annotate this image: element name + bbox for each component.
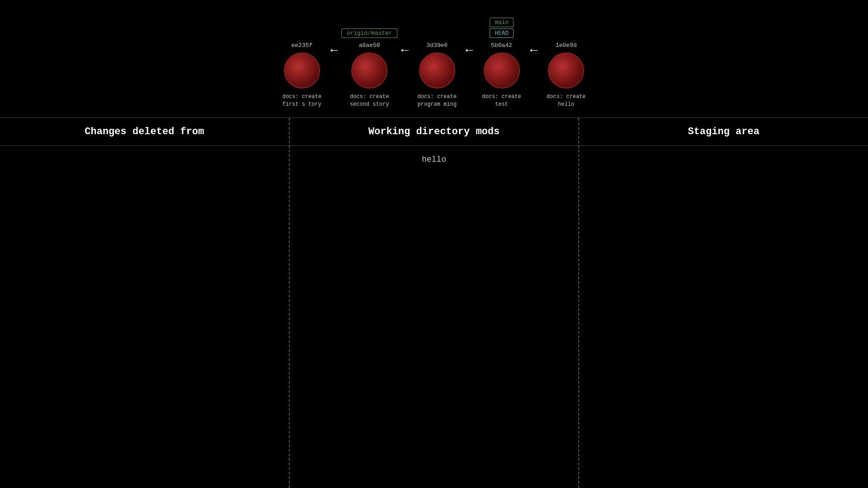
commit-msg-ee235f: docs: create first s tory [277,93,327,108]
col-staging-area: Staging area [579,118,868,488]
commit-circle-ee235f [284,52,320,89]
arrow-3: ← [466,43,473,57]
col-body-staging-area [579,146,868,488]
badge-origin-master: origin/master [341,28,397,38]
commit-id-ee235f: ee235f [291,42,312,49]
col-header-staging-area: Staging area [579,118,868,146]
col-body-changes-deleted [0,146,289,488]
commit-msg-1e0e9d: docs: create hello [541,93,591,108]
commit-id-1e0e9d: 1e0e9d [556,42,577,49]
commit-msg-a0ae50: docs: create second story [344,93,394,108]
diff-section: Changes deleted from Working directory m… [0,117,868,488]
commit-ee235f: ee235f docs: create first s tory [277,16,327,108]
commit-msg-3d39e6: docs: create program ming [412,93,462,108]
commit-id-a0ae50: a0ae50 [359,42,380,49]
col-header-changes-deleted: Changes deleted from [0,118,289,146]
commit-a0ae50: origin/master a0ae50 docs: create second… [341,16,397,108]
col-changes-deleted: Changes deleted from [0,118,290,488]
commit-id-5b0a42: 5b0a42 [491,42,512,49]
commit-5b0a42: main HEAD 5b0a42 docs: create test [477,16,527,108]
commit-circle-5b0a42 [484,52,520,89]
col-working-directory: Working directory mods hello [290,118,580,488]
badges-a0ae50: origin/master [341,16,397,39]
col-header-working-directory: Working directory mods [290,118,579,146]
commit-circle-1e0e9d [548,52,584,89]
commit-id-3d39e6: 3d39e6 [426,42,448,49]
commit-1e0e9d: 1e0e9d docs: create hello [541,16,591,108]
badge-head: HEAD [490,28,514,38]
arrow-1: ← [330,43,338,57]
col-body-working-directory: hello [290,146,579,488]
badge-main: main [490,18,514,27]
badges-5b0a42: main HEAD [490,16,514,39]
commit-circle-3d39e6 [419,52,455,89]
commit-3d39e6: 3d39e6 docs: create program ming [412,16,462,108]
commit-history-section: ee235f docs: create first s tory ← origi… [0,0,868,117]
commits-row: ee235f docs: create first s tory ← origi… [277,16,591,108]
working-dir-content: hello [422,155,446,164]
arrow-4: ← [530,43,538,57]
commit-msg-5b0a42: docs: create test [477,93,527,108]
commit-circle-a0ae50 [351,52,387,89]
arrow-2: ← [401,43,409,57]
